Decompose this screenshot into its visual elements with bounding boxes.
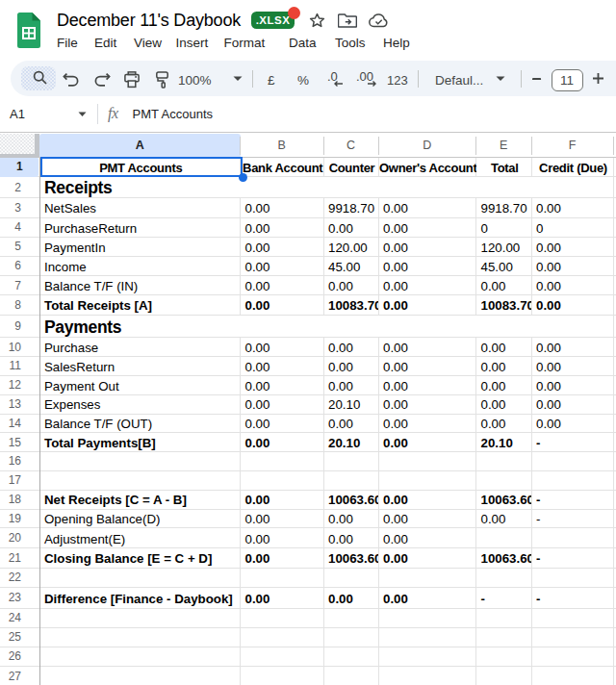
svg-text:.0: .0: [327, 69, 338, 84]
svg-text:.00: .00: [356, 69, 373, 84]
